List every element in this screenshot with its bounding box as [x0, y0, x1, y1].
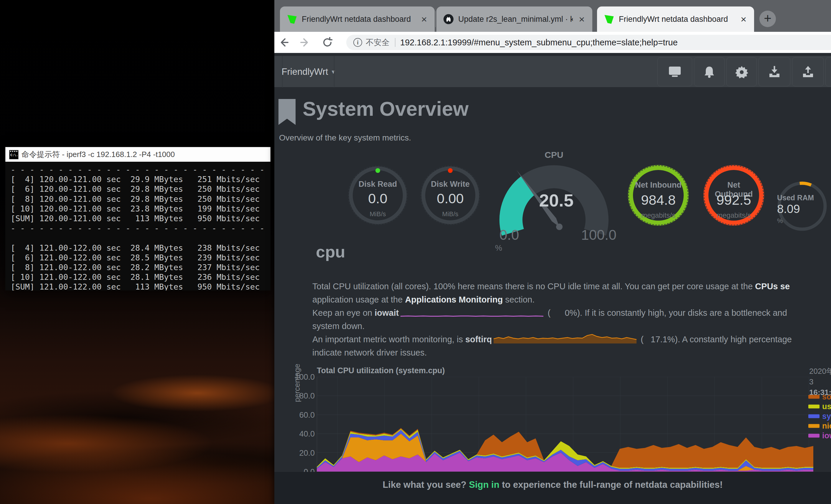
- legend-swatch: [808, 424, 820, 428]
- terminal-window[interactable]: C:\. 命令提示符 - iperf3 -c 192.168.1.2 -P4 -…: [5, 147, 270, 291]
- url-bar[interactable]: i 不安全 192.168.2.1:19999/#menu_system_sub…: [346, 35, 831, 50]
- legend-item-softirq[interactable]: softirq: [808, 392, 831, 402]
- browser-toolbar: i 不安全 192.168.2.1:19999/#menu_system_sub…: [274, 32, 831, 53]
- gauge-value: 0.00: [425, 190, 475, 207]
- gauge-net-inbound[interactable]: Net Inbound 984.8 megabits/s: [628, 165, 689, 226]
- gauge-label: Disk Read: [353, 180, 403, 189]
- cmd-icon: C:\.: [9, 150, 19, 159]
- description-text: system down.: [312, 321, 365, 331]
- gauge-unit: MiB/s: [425, 210, 475, 218]
- signin-banner: Like what you see? Sign in to experience…: [274, 472, 831, 504]
- gauge-value: 8.09: [777, 202, 827, 216]
- gauge-value: 984.8: [633, 192, 684, 208]
- description-text: Applications Monitoring: [405, 295, 503, 304]
- new-tab-button[interactable]: +: [760, 10, 776, 27]
- url-text[interactable]: 192.168.2.1:19999/#menu_system_submenu_c…: [400, 38, 678, 48]
- cpu-utilization-chart[interactable]: [317, 377, 813, 472]
- info-icon[interactable]: i: [353, 38, 362, 47]
- softirq-sparkline: [494, 333, 636, 347]
- security-label: 不安全: [366, 37, 390, 48]
- page-title: System Overview: [303, 97, 468, 120]
- legend-label: system: [822, 412, 831, 421]
- chart-title: Total CPU utilization (system.cpu): [317, 366, 445, 375]
- svg-text:20.5: 20.5: [539, 190, 574, 210]
- description-line: Keep an eye on iowait ( 0%). If it is co…: [312, 306, 787, 320]
- status-dot: [375, 168, 380, 173]
- y-axis-tick: 80.0: [288, 391, 315, 401]
- browser-tab[interactable]: Update r2s_lean_minimal.yml · k×: [436, 6, 592, 32]
- legend-swatch: [808, 405, 820, 409]
- legend-item-nice[interactable]: nice: [808, 421, 831, 431]
- gauge-unit: %: [777, 217, 827, 225]
- description-text: ( 17.1%). A constantly high percentage: [638, 335, 792, 344]
- legend-label: softirq: [822, 392, 831, 401]
- y-axis-tick: 40.0: [288, 429, 315, 439]
- tab-strip: FriendlyWrt netdata dashboard×Update r2s…: [274, 0, 831, 32]
- description-text: softirq: [465, 335, 492, 344]
- signin-link[interactable]: Sign in: [469, 479, 499, 490]
- netdata-favicon-icon: [287, 14, 297, 24]
- export-settings-icon[interactable]: [792, 57, 824, 86]
- host-dropdown[interactable]: FriendlyWrt ▾: [283, 56, 334, 88]
- description-text: Total CPU utilization (all cores). 100% …: [312, 281, 755, 291]
- bookmark-icon: [279, 99, 295, 125]
- legend-label: user: [822, 402, 831, 411]
- legend-swatch: [808, 434, 820, 438]
- reload-button[interactable]: [321, 36, 334, 49]
- description-text: CPUs se: [755, 281, 790, 291]
- description-text: Keep an eye on: [312, 308, 375, 318]
- tab-close-icon[interactable]: ×: [577, 14, 586, 24]
- signin-text-prefix: Like what you see?: [382, 479, 469, 490]
- tab-close-icon[interactable]: ×: [419, 14, 429, 24]
- svg-text:CPU: CPU: [545, 150, 563, 160]
- gauge-disk-write[interactable]: Disk Write 0.00 MiB/s: [421, 167, 479, 224]
- alarms-bell-icon[interactable]: [694, 57, 725, 86]
- browser-tab[interactable]: FriendlyWrt netdata dashboard×: [280, 6, 435, 32]
- back-button[interactable]: [277, 36, 290, 49]
- description-line: Total CPU utilization (all cores). 100% …: [312, 280, 790, 293]
- svg-text:100.0: 100.0: [581, 227, 617, 243]
- terminal-titlebar[interactable]: C:\. 命令提示符 - iperf3 -c 192.168.1.2 -P4 -…: [5, 147, 270, 162]
- description-line: system down.: [312, 320, 365, 333]
- forward-button[interactable]: [298, 36, 312, 49]
- header-button-partial[interactable]: [825, 57, 831, 86]
- legend-item-system[interactable]: system: [808, 412, 831, 421]
- legend-label: iowait: [822, 431, 831, 440]
- gauge-cpu[interactable]: CPU20.50.0%100.0: [483, 146, 625, 252]
- github-favicon-icon: [443, 14, 454, 24]
- gauge-unit: MiB/s: [353, 210, 403, 218]
- gauge-label: Disk Write: [425, 180, 475, 189]
- print-dashboard-button[interactable]: [657, 57, 692, 86]
- description-line: An important metric worth monitoring, is…: [312, 333, 792, 346]
- description-line: application usage at the Applications Mo…: [312, 293, 535, 306]
- tab-title: FriendlyWrt netdata dashboard: [302, 15, 415, 24]
- legend-item-iowait[interactable]: iowait: [808, 431, 831, 440]
- gauge-net-outbound[interactable]: Net Outbound 992.5 megabits/s: [704, 165, 764, 226]
- cpu-section-title: cpu: [316, 242, 345, 261]
- gauge-disk-read[interactable]: Disk Read 0.0 MiB/s: [349, 167, 407, 224]
- legend-label: nice: [822, 421, 831, 431]
- page-subtitle: Overview of the key system metrics.: [279, 133, 411, 143]
- description-text: ( 0%). If it is constantly high, your di…: [545, 308, 787, 318]
- status-dot: [448, 168, 453, 173]
- y-axis-tick: 60.0: [288, 410, 315, 419]
- y-axis-tick: 100.0: [288, 373, 315, 382]
- description-text: section.: [503, 295, 535, 304]
- omnibox-divider: [395, 38, 396, 47]
- import-settings-icon[interactable]: [758, 57, 790, 86]
- svg-text:0.0: 0.0: [499, 227, 519, 243]
- gauge-value: 0.0: [353, 190, 403, 207]
- gauge-label: Used RAM: [777, 194, 827, 202]
- description-text: iowait: [375, 308, 399, 318]
- browser-tab[interactable]: FriendlyWrt netdata dashboard×: [597, 6, 754, 32]
- tab-close-icon[interactable]: ×: [739, 14, 748, 24]
- host-name: FriendlyWrt: [282, 66, 328, 77]
- gauge-used-ram[interactable]: Used RAM 8.09 %: [777, 181, 827, 231]
- terminal-output[interactable]: - - - - - - - - - - - - - - - - - - - - …: [5, 162, 270, 291]
- legend-item-user[interactable]: user: [808, 402, 831, 411]
- description-line: indicate network driver issues.: [312, 346, 427, 359]
- settings-gear-icon[interactable]: [726, 57, 757, 86]
- tab-title: FriendlyWrt netdata dashboard: [619, 15, 735, 24]
- netdata-header: FriendlyWrt ▾: [274, 56, 831, 88]
- legend-swatch: [808, 395, 820, 399]
